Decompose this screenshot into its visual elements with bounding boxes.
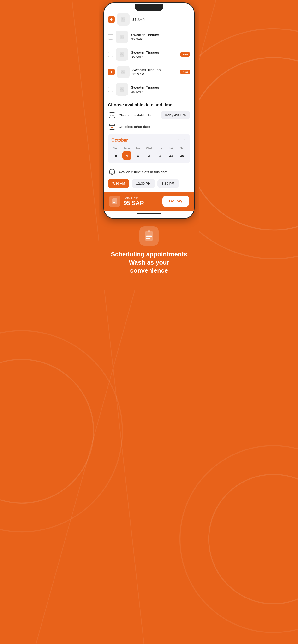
time-slots-header: Available time slots in this date — [108, 168, 190, 176]
calendar-day[interactable]: Sat30 — [178, 146, 187, 160]
phone-notch — [135, 4, 163, 11]
home-indicator — [137, 213, 161, 214]
product-thumbnail — [116, 31, 128, 43]
calendar-days: Sun5Mon4Tue3Wed2Thr1Fri31Sat30 — [111, 146, 187, 160]
new-badge: New — [180, 52, 190, 56]
day-number[interactable]: 30 — [178, 151, 187, 160]
svg-rect-15 — [121, 70, 125, 74]
day-number[interactable]: 2 — [144, 151, 154, 160]
cost-label: Total Cost — [124, 196, 144, 200]
calendar-prev-button[interactable]: ‹ — [176, 137, 181, 143]
time-slot-button[interactable]: 3:30 PM — [158, 179, 179, 188]
cost-details: Total Cost 95 SAR — [124, 196, 144, 206]
phone-content: + 35 SAR Sweater Tissues — [104, 12, 194, 211]
calendar-day[interactable]: Mon4 — [122, 146, 131, 160]
svg-rect-13 — [120, 52, 124, 56]
svg-point-25 — [113, 115, 114, 116]
svg-rect-9 — [121, 17, 125, 22]
day-name: Fri — [169, 146, 173, 150]
product-name: 35 SAR — [132, 18, 190, 22]
calendar: Octobar ‹ › Sun5Mon4Tue3Wed2Thr1Fri31Sat… — [108, 134, 190, 164]
day-name: Mon — [124, 146, 129, 150]
calendar-add-icon — [108, 122, 116, 130]
product-thumbnail — [117, 66, 129, 78]
calendar-day[interactable]: Wed2 — [144, 146, 154, 160]
day-name: Tue — [135, 146, 140, 150]
receipt-icon — [109, 196, 120, 207]
product-price: 35 SAR — [131, 90, 190, 94]
calendar-day[interactable]: Fri31 — [167, 146, 176, 160]
svg-point-24 — [112, 115, 112, 116]
clock-icon — [108, 168, 116, 176]
list-item: Sweater Tissues 35 SAR New — [108, 28, 190, 46]
phone-top-bar — [104, 3, 194, 12]
svg-rect-40 — [147, 230, 149, 232]
product-item-partial: + 35 SAR — [104, 12, 194, 28]
promo-title: Scheduling appointments Wash as your con… — [109, 250, 189, 274]
day-name: Sun — [113, 146, 118, 150]
time-slot-button[interactable]: 12:30 PM — [132, 179, 155, 188]
calendar-day[interactable]: Tue3 — [133, 146, 142, 160]
other-date-row[interactable]: Or select other date — [108, 122, 190, 130]
phone-bottom-bar — [104, 211, 194, 218]
product-checkbox[interactable] — [108, 52, 113, 57]
product-price: 35 SAR — [131, 38, 190, 41]
date-time-section: Choose available date and time — [104, 98, 194, 130]
calendar-month: Octobar — [111, 138, 128, 143]
time-slots-label: Available time slots in this date — [118, 170, 168, 174]
other-date-label: Or select other date — [118, 124, 190, 129]
svg-rect-17 — [120, 87, 124, 92]
product-name: Sweater Tissues — [131, 33, 190, 37]
calendar-next-button[interactable]: › — [182, 137, 187, 143]
calendar-header: Octobar ‹ › — [111, 137, 187, 143]
promo-section: Scheduling appointments Wash as your con… — [103, 219, 195, 280]
product-thumbnail — [117, 13, 129, 26]
day-name: Wed — [146, 146, 152, 150]
svg-line-34 — [112, 172, 113, 172]
product-checkbox[interactable] — [108, 34, 113, 40]
calendar-day[interactable]: Sun5 — [111, 146, 120, 160]
product-thumbnail — [116, 48, 128, 60]
product-thumbnail — [116, 83, 128, 96]
go-pay-button[interactable]: Go Pay — [163, 196, 189, 207]
cost-amount: 95 SAR — [124, 200, 144, 206]
calendar-day[interactable]: Thr1 — [156, 146, 165, 160]
product-list: Sweater Tissues 35 SAR New Sweater Tissu… — [104, 28, 194, 98]
svg-point-23 — [111, 115, 111, 116]
phone-frame: + 35 SAR Sweater Tissues — [103, 2, 195, 219]
list-item: Sweater Tissues 35 SAR New — [108, 46, 190, 63]
day-number[interactable]: 31 — [167, 151, 176, 160]
svg-rect-41 — [149, 230, 151, 232]
day-name: Thr — [158, 146, 162, 150]
time-section: Available time slots in this date 7:30 A… — [104, 167, 194, 192]
product-info: 35 SAR — [132, 18, 190, 22]
closest-date-label: Closest available date — [118, 113, 161, 117]
svg-rect-11 — [120, 35, 124, 39]
add-button-top[interactable]: + — [108, 16, 115, 23]
promo-icon — [139, 226, 159, 246]
calendar-icon — [108, 111, 116, 119]
day-number[interactable]: 3 — [133, 151, 142, 160]
day-name: Sat — [180, 146, 184, 150]
list-item: + Sweater Tissues 35 SAR New — [108, 63, 190, 81]
promo-text: Scheduling appointments Wash as your con… — [109, 250, 189, 274]
cost-info: Total Cost 95 SAR — [109, 196, 144, 207]
product-info: Sweater Tissues 35 SAR — [131, 85, 190, 94]
day-number[interactable]: 1 — [156, 151, 165, 160]
list-item: Sweater Tissues 35 SAR — [108, 81, 190, 98]
time-slots-container: 7:30 AM12:30 PM3:30 PM — [108, 179, 190, 188]
section-title: Choose available date and time — [108, 102, 190, 108]
product-checkbox[interactable] — [108, 87, 113, 92]
time-slot-button[interactable]: 7:30 AM — [108, 179, 129, 188]
product-info: Sweater Tissues 35 SAR — [131, 33, 190, 41]
product-name: Sweater Tissues — [131, 85, 190, 89]
new-badge: New — [180, 70, 190, 74]
day-number[interactable]: 5 — [111, 151, 120, 160]
bottom-bar: Total Cost 95 SAR Go Pay — [104, 192, 194, 211]
svg-rect-39 — [145, 231, 153, 241]
calendar-navigation: ‹ › — [176, 137, 187, 143]
closest-date-value[interactable]: Today 4:30 PM — [161, 111, 190, 119]
closest-date-row: Closest available date Today 4:30 PM — [108, 111, 190, 119]
day-number[interactable]: 4 — [122, 151, 131, 160]
add-product-button[interactable]: + — [108, 68, 115, 75]
